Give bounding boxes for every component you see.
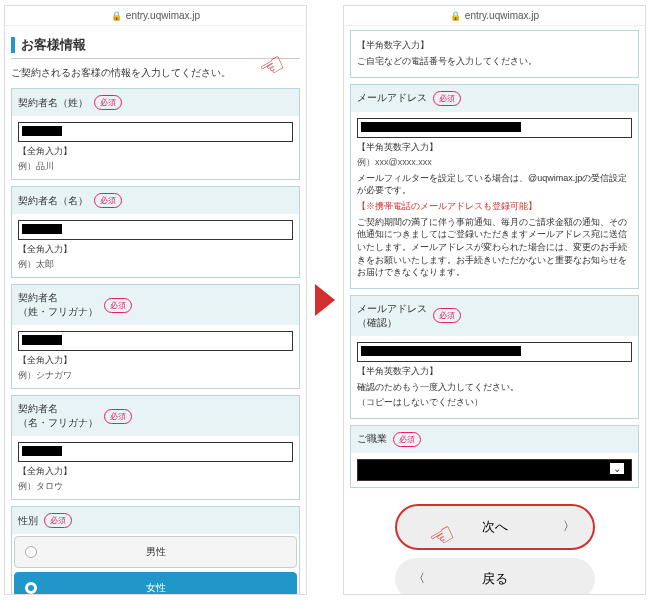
email-input[interactable] <box>357 118 632 138</box>
mei-input[interactable] <box>18 220 293 240</box>
next-button[interactable]: 次へ〉 <box>395 504 595 550</box>
field-phone-partial: 【半角数字入力】 ご自宅などの電話番号を入力してください。 <box>350 30 639 78</box>
chevron-right-icon: 〉 <box>563 518 575 535</box>
button-area: 次へ〉 〈戻る <box>350 494 639 594</box>
sei-input[interactable] <box>18 122 293 142</box>
field-gender: 性別必須 男性 女性 <box>11 506 300 594</box>
content-left: お客様情報 ご契約されるお客様の情報を入力してください。 契約者名（姓）必須 【… <box>5 26 306 594</box>
field-meikana: 契約者名（名・フリガナ）必須 【全角入力】 例）タロウ <box>11 395 300 500</box>
radio-icon <box>25 582 37 594</box>
required-badge: 必須 <box>44 513 72 528</box>
seikana-input[interactable] <box>18 331 293 351</box>
radio-male[interactable]: 男性 <box>14 536 297 568</box>
field-seikana: 契約者名（姓・フリガナ）必須 【全角入力】 例）シナガワ <box>11 284 300 389</box>
page-title: お客様情報 <box>21 36 86 54</box>
field-mei: 契約者名（名）必須 【全角入力】 例）太郎 <box>11 186 300 278</box>
field-sei: 契約者名（姓）必須 【全角入力】 例）品川 <box>11 88 300 180</box>
required-badge: 必須 <box>104 298 132 313</box>
url-text: entry.uqwimax.jp <box>126 10 200 21</box>
url-bar: 🔒 entry.uqwimax.jp <box>344 6 645 26</box>
label: 契約者名（名） <box>18 194 88 208</box>
url-text: entry.uqwimax.jp <box>465 10 539 21</box>
required-badge: 必須 <box>94 95 122 110</box>
url-bar: 🔒 entry.uqwimax.jp <box>5 6 306 26</box>
radio-female[interactable]: 女性 <box>14 572 297 594</box>
meikana-input[interactable] <box>18 442 293 462</box>
required-badge: 必須 <box>104 409 132 424</box>
chevron-left-icon: 〈 <box>413 570 425 587</box>
screen-right: 🔒 entry.uqwimax.jp 【半角数字入力】 ご自宅などの電話番号を入… <box>343 5 646 595</box>
required-badge: 必須 <box>94 193 122 208</box>
job-select[interactable] <box>357 459 632 481</box>
screen-left: 🔒 entry.uqwimax.jp お客様情報 ご契約されるお客様の情報を入力… <box>4 5 307 595</box>
back-button[interactable]: 〈戻る <box>395 558 595 594</box>
intro-text: ご契約されるお客様の情報を入力してください。 <box>11 67 300 80</box>
label: 契約者名（姓） <box>18 96 88 110</box>
required-badge: 必須 <box>433 308 461 323</box>
radio-icon <box>25 546 37 558</box>
required-badge: 必須 <box>393 432 421 447</box>
title-accent <box>11 37 15 53</box>
arrow-right-icon <box>315 284 335 316</box>
field-job: ご職業必須 <box>350 425 639 488</box>
lock-icon: 🔒 <box>111 11 122 21</box>
page-title-row: お客様情報 <box>11 36 300 59</box>
required-badge: 必須 <box>433 91 461 106</box>
field-email: メールアドレス必須 【半角英数字入力】 例）xxx@xxxx.xxx メールフィ… <box>350 84 639 289</box>
field-email-confirm: メールアドレス（確認）必須 【半角英数字入力】 確認のためもう一度入力してくださ… <box>350 295 639 419</box>
email-confirm-input[interactable] <box>357 342 632 362</box>
content-right: 【半角数字入力】 ご自宅などの電話番号を入力してください。 メールアドレス必須 … <box>344 26 645 594</box>
lock-icon: 🔒 <box>450 11 461 21</box>
